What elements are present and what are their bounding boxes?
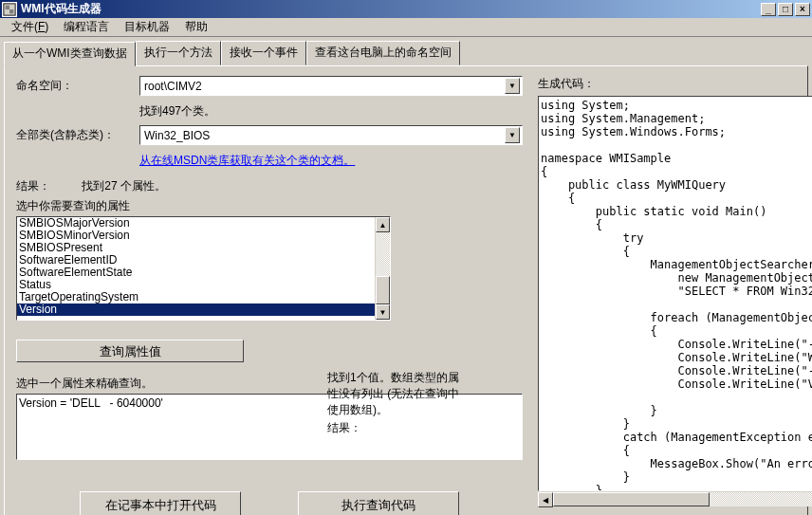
right-pane: 生成代码： using System; using System.Managem… [534, 66, 812, 515]
listbox-scrollbar[interactable]: ▲ ▼ [375, 217, 390, 320]
results-info: 找到1个值。数组类型的属性没有列出 (无法在查询中使用数组)。 结果： [327, 370, 517, 436]
tab-query[interactable]: 从一个WMI类查询数据 [4, 42, 136, 66]
namespace-label: 命名空间： [16, 78, 139, 94]
code-content: using System; using System.Management; u… [539, 97, 812, 490]
tab-namespace[interactable]: 查看这台电脑上的命名空间 [306, 41, 460, 65]
result-info: 找到27 个属性。 [82, 179, 166, 193]
class-label: 全部类(含静态类)： [16, 127, 139, 143]
properties-listbox[interactable]: SMBIOSMajorVersion SMBIOSMinorVersion SM… [16, 216, 391, 321]
scroll-left-icon[interactable]: ◀ [538, 492, 553, 507]
svg-rect-1 [6, 5, 9, 9]
tab-method[interactable]: 执行一个方法 [136, 41, 221, 65]
titlebar[interactable]: WMI代码生成器 _ □ × [0, 0, 812, 18]
window-title: WMI代码生成器 [21, 1, 761, 17]
namespace-found: 找到497个类。 [139, 103, 523, 120]
list-caption: 选中你需要查询的属性 [16, 198, 523, 214]
scroll-down-icon[interactable]: ▼ [376, 304, 390, 320]
minimize-button[interactable]: _ [761, 3, 776, 16]
namespace-combo[interactable]: root\CIMV2 ▼ [139, 76, 523, 96]
dropdown-icon[interactable]: ▼ [505, 127, 520, 143]
scroll-up-icon[interactable]: ▲ [376, 217, 390, 232]
open-notepad-button[interactable]: 在记事本中打开代码 [80, 491, 241, 515]
namespace-value: root\CIMV2 [142, 80, 505, 93]
list-item-selected[interactable]: Version [17, 303, 375, 316]
maximize-button[interactable]: □ [778, 3, 793, 16]
menu-help[interactable]: 帮助 [177, 17, 215, 37]
code-box[interactable]: using System; using System.Management; u… [538, 96, 812, 491]
menu-file[interactable]: 文件(F) [4, 17, 56, 37]
query-value-button[interactable]: 查询属性值 [16, 340, 244, 362]
exec-code-button[interactable]: 执行查询代码 [298, 491, 459, 515]
result-label: 结果： [16, 179, 50, 193]
code-label: 生成代码： [538, 76, 812, 92]
svg-rect-2 [9, 9, 13, 13]
menubar: 文件(F) 编程语言 目标机器 帮助 [0, 18, 812, 37]
menu-target[interactable]: 目标机器 [117, 17, 177, 37]
list-item[interactable]: TargetOperatingSystem [17, 291, 375, 303]
class-combo[interactable]: Win32_BIOS ▼ [139, 125, 523, 145]
menu-lang[interactable]: 编程语言 [56, 17, 117, 37]
list-item[interactable]: SoftwareElementState [17, 267, 375, 279]
app-icon [2, 2, 17, 17]
code-scrollbar-h[interactable]: ◀ ▶ [538, 491, 812, 506]
tab-content: 命名空间： root\CIMV2 ▼ 找到497个类。 全部类(含静态类)： W… [4, 65, 808, 515]
tabbar: 从一个WMI类查询数据 执行一个方法 接收一个事件 查看这台电脑上的命名空间 [0, 37, 812, 65]
dropdown-icon[interactable]: ▼ [505, 78, 520, 94]
tab-event[interactable]: 接收一个事件 [221, 41, 306, 65]
class-value: Win32_BIOS [142, 129, 505, 142]
left-pane: 命名空间： root\CIMV2 ▼ 找到497个类。 全部类(含静态类)： W… [5, 66, 534, 515]
close-button[interactable]: × [795, 3, 810, 16]
msdn-link[interactable]: 从在线MSDN类库获取有关这个类的文档。 [139, 153, 355, 169]
